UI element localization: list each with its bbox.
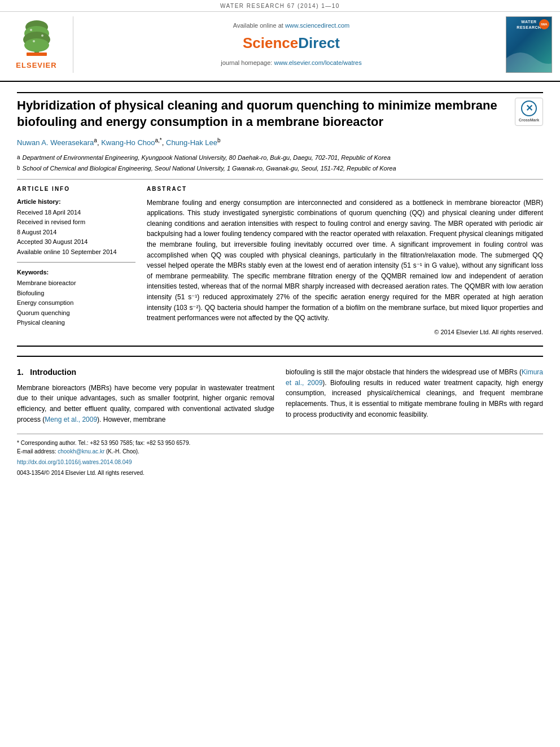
page: WATER RESEARCH 67 (2014) 1—10 [0,0,560,747]
keyword-1: Membrane bioreactor [17,279,135,287]
journal-header: WATER RESEARCH 67 (2014) 1—10 [0,0,560,82]
svg-rect-5 [27,53,47,56]
elsevier-brand-label: ELSEVIER [16,60,56,71]
cover-wave-decoration [506,44,552,72]
svg-point-8 [33,40,35,42]
intro-section-title: 1. Introduction [17,367,274,378]
intro-left-col: 1. Introduction Membrane bioreactors (MB… [17,367,274,425]
accepted-date: Accepted 30 August 2014 [17,238,135,246]
svg-point-6 [30,29,32,31]
keywords-section: Keywords: Membrane bioreactor Biofouling… [17,268,135,327]
article-info-abstract-section: ARTICLE INFO Article history: Received 1… [17,185,543,337]
affiliations: a Department of Environmental Engineerin… [17,153,543,173]
keyword-4: Quorum quenching [17,309,135,317]
cover-image: WATERRESEARCH IWA [506,16,552,73]
available-online-text: Available online at www.sciencedirect.co… [233,21,349,30]
copyright-line: © 2014 Elsevier Ltd. All rights reserved… [147,328,543,337]
author-3-sup: b [217,137,221,143]
author-2-sup: a,* [155,137,162,143]
author-1-sup: a [94,137,97,143]
footer-notes: * Corresponding author. Tel.: +82 53 950… [17,434,543,477]
journal-top-bar: WATER RESEARCH 67 (2014) 1—10 [0,0,560,12]
crossmark-badge[interactable]: ✕ CrossMark [515,98,543,126]
online-date: Available online 10 September 2014 [17,248,135,256]
journal-citation: WATER RESEARCH 67 (2014) 1—10 [220,3,340,9]
cover-badge: IWA [539,19,549,29]
svg-point-7 [41,34,43,37]
homepage-url-link[interactable]: www.elsevier.com/locate/watres [274,59,361,66]
article-info-column: ARTICLE INFO Article history: Received 1… [17,185,135,337]
header-main: ELSEVIER Available online at www.science… [0,12,560,77]
cover-title: WATERRESEARCH [517,19,541,30]
doi-line: http://dx.doi.org/10.1016/j.watres.2014.… [17,458,543,466]
intro-two-col: 1. Introduction Membrane bioreactors (MB… [17,367,543,425]
article-content: Hybridization of physical cleaning and q… [0,82,560,484]
keyword-5: Physical cleaning [17,318,135,327]
keyword-2: Biofouling [17,289,135,298]
revised-date: 8 August 2014 [17,228,135,237]
header-center: Available online at www.sciencedirect.co… [79,16,504,73]
crossmark-label: CrossMark [519,117,539,123]
abstract-text: Membrane fouling and energy consumption … [147,198,543,324]
article-info-heading: ARTICLE INFO [17,185,135,193]
article-info-divider [17,179,543,180]
affiliation-1-text: Department of Environmental Engineering,… [23,153,391,163]
abstract-heading: ABSTRACT [147,185,543,193]
intro-top-divider [17,346,543,347]
crossmark-icon: ✕ [521,101,537,116]
history-label: Article history: [17,198,135,206]
affiliation-2-text: School of Chemical and Biological Engine… [23,164,396,173]
keywords-label: Keywords: [17,268,135,277]
revised-label: Received in revised form [17,218,135,226]
authors-line: Nuwan A. Weerasekaraa, Kwang-Ho Chooa,*,… [17,137,543,148]
introduction-section: 1. Introduction Membrane bioreactors (MB… [17,356,543,425]
journal-cover: WATERRESEARCH IWA [504,16,554,73]
author-1[interactable]: Nuwan A. Weerasekara [17,139,94,147]
keyword-3: Energy consumption [17,299,135,307]
author-3[interactable]: Chung-Hak Lee [166,139,217,147]
email-person: (K.-H. Choo). [106,448,139,455]
intro-right-col: biofouling is still the major obstacle t… [286,367,543,425]
kimura-ref-link[interactable]: Kimura et al., 2009 [286,368,543,387]
intro-left-text: Membrane bioreactors (MBRs) have become … [17,383,274,425]
sciencedirect-logo: ScienceDirect [243,33,340,53]
email-line: E-mail address: chookh@knu.ac.kr (K.-H. … [17,447,543,456]
meng-ref-link[interactable]: Meng et al., 2009 [45,416,97,423]
left-col-divider [17,262,135,263]
affiliation-1: a Department of Environmental Engineerin… [17,153,543,163]
email-link[interactable]: chookh@knu.ac.kr [58,448,104,455]
affiliation-2: b School of Chemical and Biological Engi… [17,164,543,173]
issn-line: 0043-1354/© 2014 Elsevier Ltd. All right… [17,469,543,477]
journal-homepage-label: journal homepage: www.elsevier.com/locat… [221,59,361,67]
sciencedirect-url-link[interactable]: www.sciencedirect.com [285,22,349,29]
email-label: E-mail address: [17,448,56,455]
corresponding-author-note: * Corresponding author. Tel.: +82 53 950… [17,439,543,447]
abstract-column: ABSTRACT Membrane fouling and energy con… [147,185,543,337]
received-date: Received 18 April 2014 [17,208,135,217]
intro-right-text: biofouling is still the major obstacle t… [286,367,543,420]
doi-link[interactable]: http://dx.doi.org/10.1016/j.watres.2014.… [17,459,132,465]
svg-point-4 [24,38,49,52]
elsevier-logo: ELSEVIER [6,16,73,73]
title-top-divider [17,92,543,93]
article-title: Hybridization of physical cleaning and q… [17,98,543,130]
elsevier-tree-icon [14,19,59,58]
author-2[interactable]: Kwang-Ho Choo [101,139,155,147]
